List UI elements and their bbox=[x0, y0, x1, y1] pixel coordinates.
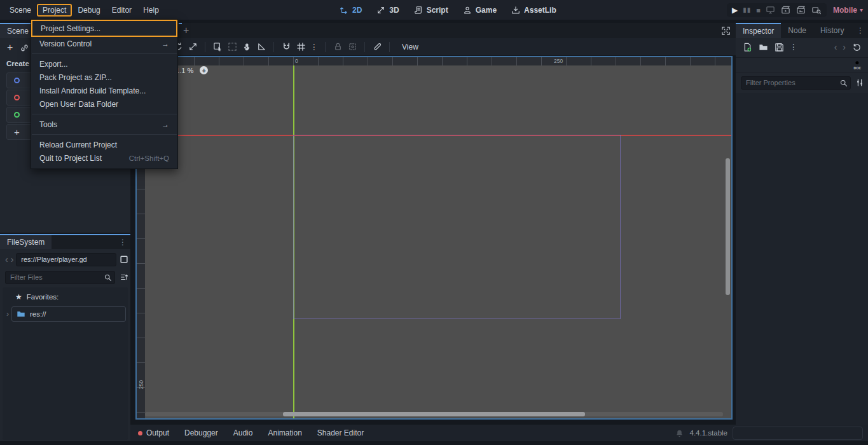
search-icon bbox=[104, 273, 112, 282]
tab-output[interactable]: Output bbox=[130, 425, 177, 441]
menu-item-open-user-data[interactable]: Open User Data Folder bbox=[31, 97, 177, 111]
inspector-toolbar: ⋮ ‹ › bbox=[736, 39, 868, 55]
filesystem-menu-dots-icon[interactable]: ⋮ bbox=[119, 238, 127, 247]
group-icon[interactable] bbox=[347, 42, 357, 52]
workspace-3d-button[interactable]: 3D bbox=[376, 5, 399, 15]
tab-debugger[interactable]: Debugger bbox=[177, 425, 226, 441]
menu-scene[interactable]: Scene bbox=[4, 4, 37, 17]
menu-item-export[interactable]: Export... bbox=[31, 57, 177, 71]
menu-separator bbox=[32, 114, 177, 114]
expander-icon[interactable]: › bbox=[6, 310, 9, 318]
save-icon[interactable] bbox=[774, 42, 784, 52]
filter-files-input[interactable] bbox=[5, 271, 115, 284]
2d-viewport[interactable]: 0 250 250 61.1 % + bbox=[135, 56, 733, 420]
history-forward-button[interactable]: › bbox=[843, 42, 846, 52]
view-menu-button[interactable]: View bbox=[397, 41, 424, 53]
play-custom-scene-button[interactable] bbox=[796, 5, 806, 15]
notification-bell-icon[interactable] bbox=[675, 428, 685, 438]
stop-button[interactable]: ■ bbox=[756, 6, 761, 14]
snap-options-dots-icon[interactable]: ⋮ bbox=[310, 43, 318, 51]
workspace-2d-button[interactable]: 2D bbox=[339, 5, 362, 15]
toolbar-separator bbox=[389, 42, 390, 52]
deselect-icon[interactable] bbox=[227, 42, 237, 52]
res-root-selected-box[interactable]: res:// bbox=[11, 306, 126, 322]
bottom-right-panel bbox=[733, 427, 863, 440]
menu-item-pack-zip[interactable]: Pack Project as ZIP... bbox=[31, 71, 177, 84]
play-button[interactable]: ▶ bbox=[732, 6, 738, 15]
remote-debug-icon[interactable] bbox=[766, 5, 776, 15]
pause-button[interactable]: ▮▮ bbox=[743, 6, 751, 13]
tab-inspector[interactable]: Inspector bbox=[736, 23, 781, 38]
animation-label: Animation bbox=[268, 428, 301, 437]
workspace-game-button[interactable]: Game bbox=[462, 5, 497, 15]
quit-label: Quit to Project List bbox=[39, 154, 102, 163]
play-scene-button[interactable] bbox=[781, 5, 791, 15]
resource-options-dots-icon[interactable]: ⋮ bbox=[790, 43, 797, 51]
new-scene-tab-button[interactable]: + bbox=[183, 25, 189, 36]
load-resource-folder-icon[interactable] bbox=[758, 42, 768, 52]
menu-item-reload-project[interactable]: Reload Current Project bbox=[31, 138, 177, 151]
menu-item-version-control[interactable]: Version Control → bbox=[31, 37, 177, 50]
scene-tabs-strip bbox=[130, 23, 736, 38]
scale-tool-icon[interactable] bbox=[188, 42, 198, 52]
menu-item-install-android-template[interactable]: Install Android Build Template... bbox=[31, 84, 177, 97]
menu-item-project-settings[interactable]: Project Settings... bbox=[31, 20, 177, 37]
zoom-reset-button[interactable]: + bbox=[200, 66, 208, 74]
current-path-field[interactable] bbox=[16, 253, 116, 266]
game-icon bbox=[462, 5, 472, 15]
menu-item-quit-to-project-list[interactable]: Quit to Project List Ctrl+Shift+Q bbox=[31, 151, 177, 165]
list-select-icon[interactable] bbox=[212, 42, 223, 52]
output-indicator-dot bbox=[138, 431, 142, 435]
nav-forward-button[interactable]: › bbox=[11, 254, 14, 264]
pan-tool-icon[interactable] bbox=[242, 42, 252, 52]
2d-icon bbox=[339, 5, 349, 15]
skeleton-bone-icon[interactable] bbox=[372, 42, 382, 52]
nav-back-button[interactable]: ‹ bbox=[5, 254, 8, 264]
submenu-arrow-icon: → bbox=[162, 120, 169, 129]
ruler-tool-icon[interactable] bbox=[256, 42, 266, 52]
pack-zip-label: Pack Project as ZIP... bbox=[39, 73, 112, 82]
menu-bar-left: Scene Project Debug Editor Help bbox=[0, 4, 165, 17]
edit-history-icon[interactable] bbox=[851, 42, 862, 52]
lock-icon[interactable] bbox=[333, 42, 343, 52]
inspector-object-row: DOC bbox=[736, 57, 868, 72]
horizontal-scrollbar-thumb[interactable] bbox=[283, 412, 585, 416]
assetlib-icon bbox=[511, 5, 521, 15]
menu-editor[interactable]: Editor bbox=[106, 4, 137, 17]
history-back-button[interactable]: ‹ bbox=[834, 42, 837, 52]
tab-history[interactable]: History bbox=[813, 24, 851, 38]
grid-snap-icon[interactable] bbox=[296, 42, 306, 52]
version-button[interactable]: 4.4.1.stable bbox=[690, 429, 727, 437]
menu-item-tools[interactable]: Tools → bbox=[31, 118, 177, 131]
filter-properties-input[interactable] bbox=[741, 76, 851, 90]
expand-viewport-icon[interactable] bbox=[720, 25, 731, 36]
menu-help[interactable]: Help bbox=[137, 4, 165, 17]
renderer-dropdown[interactable]: Mobile ▾ bbox=[833, 6, 863, 15]
horizontal-scrollbar[interactable] bbox=[145, 412, 723, 416]
tab-node[interactable]: Node bbox=[781, 24, 813, 38]
add-node-button[interactable]: + bbox=[7, 42, 13, 53]
open-user-data-label: Open User Data Folder bbox=[39, 100, 118, 109]
tab-shader-editor[interactable]: Shader Editor bbox=[310, 425, 371, 441]
menu-debug[interactable]: Debug bbox=[72, 4, 106, 17]
audio-label: Audio bbox=[233, 428, 253, 437]
toggle-split-mode-icon[interactable] bbox=[119, 254, 129, 264]
workspace-assetlib-button[interactable]: AssetLib bbox=[511, 5, 556, 15]
tab-audio[interactable]: Audio bbox=[226, 425, 261, 441]
vertical-scrollbar-thumb[interactable] bbox=[726, 158, 730, 295]
new-resource-icon[interactable] bbox=[742, 42, 752, 52]
smart-snap-icon[interactable] bbox=[281, 42, 291, 52]
tab-filesystem[interactable]: FileSystem bbox=[0, 235, 52, 249]
toolbar-separator bbox=[273, 42, 274, 52]
tab-animation[interactable]: Animation bbox=[260, 425, 309, 441]
property-tools-icon[interactable] bbox=[855, 78, 865, 88]
menu-project[interactable]: Project bbox=[37, 4, 72, 17]
movie-maker-icon[interactable] bbox=[811, 5, 822, 15]
instance-scene-link-icon[interactable] bbox=[19, 43, 29, 53]
workspace-script-button[interactable]: Script bbox=[413, 5, 448, 15]
open-documentation-icon[interactable]: DOC bbox=[853, 60, 862, 70]
doc-label: DOC bbox=[853, 67, 861, 70]
file-sort-icon[interactable] bbox=[119, 272, 129, 282]
res-root-row[interactable]: › res:// bbox=[6, 306, 126, 322]
inspector-menu-dots-icon[interactable]: ⋮ bbox=[857, 26, 864, 35]
